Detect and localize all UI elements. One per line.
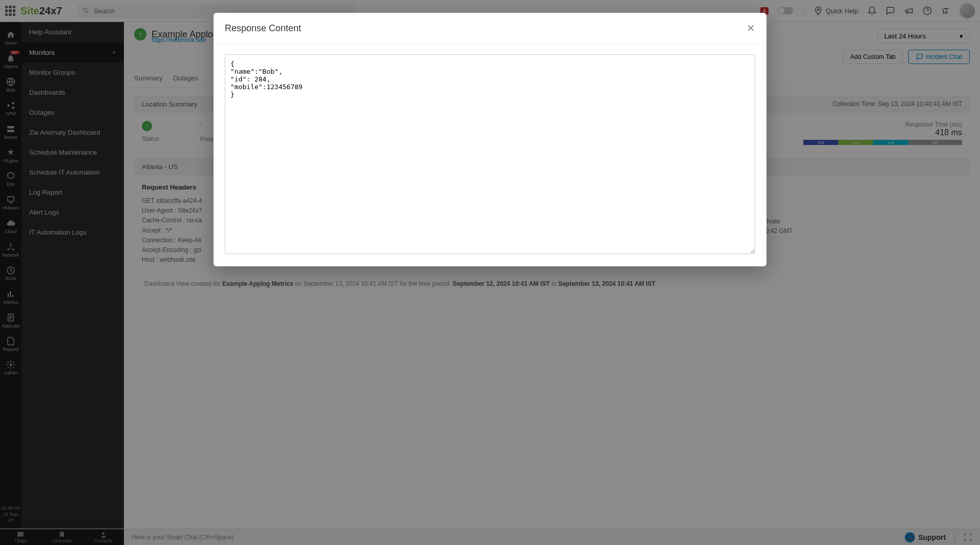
modal-close-button[interactable]: ✕ <box>747 22 755 34</box>
response-content-modal: Response Content ✕ <box>214 13 766 266</box>
response-content-textarea[interactable] <box>225 54 755 254</box>
modal-overlay[interactable]: Response Content ✕ <box>0 0 980 545</box>
modal-title: Response Content <box>225 23 301 34</box>
